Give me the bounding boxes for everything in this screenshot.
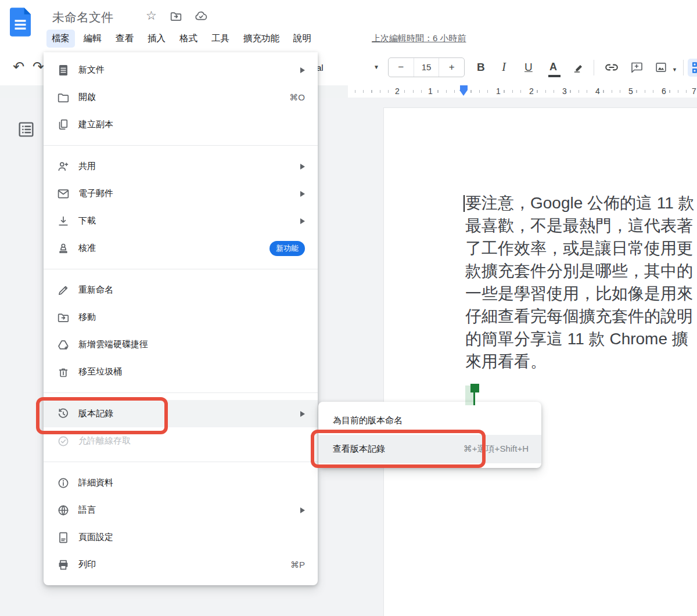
menubar-item-insert[interactable]: 插入 bbox=[142, 30, 171, 48]
menu-item-move[interactable]: 移動 bbox=[44, 304, 318, 331]
menu-separator bbox=[44, 392, 318, 393]
menu-item-download[interactable]: 下載 bbox=[44, 207, 318, 235]
italic-button[interactable]: I bbox=[502, 60, 506, 74]
download-icon bbox=[56, 214, 70, 228]
insert-image-icon[interactable] bbox=[654, 60, 668, 74]
toolbar-divider bbox=[594, 60, 594, 75]
document-line: 來用看看。 bbox=[465, 350, 695, 373]
document-line: 了工作效率，或是讓日常使用更 bbox=[465, 237, 695, 260]
menubar-item-edit[interactable]: 編輯 bbox=[78, 30, 107, 48]
printer-icon bbox=[56, 558, 70, 572]
email-icon bbox=[56, 187, 70, 201]
folder-open-icon bbox=[56, 91, 70, 105]
document-line: 款擴充套件分別是哪些，其中的 bbox=[465, 260, 695, 282]
undo-button[interactable]: ↶ bbox=[13, 59, 24, 75]
file-menu: 新文件 開啟 ⌘O 建立副本 共用 bbox=[44, 52, 318, 585]
menu-item-add-drive-shortcut[interactable]: 新增雲端硬碟捷徑 bbox=[44, 331, 318, 358]
info-icon bbox=[56, 476, 70, 490]
ruler-page-region: 2 1 1 2 3 4 5 6 7 bbox=[348, 85, 697, 98]
move-to-folder-icon[interactable] bbox=[169, 9, 183, 23]
menu-item-open[interactable]: 開啟 ⌘O bbox=[44, 84, 318, 111]
submenu-arrow-icon bbox=[300, 191, 305, 197]
font-size-group: − 15 + bbox=[388, 57, 465, 77]
document-text: 要注意，Google 公佈的這 11 款 最喜歡，不是最熱門，這代表著 了工作效… bbox=[465, 192, 695, 373]
drive-shortcut-icon bbox=[56, 338, 70, 352]
font-dropdown-caret-icon[interactable]: ▼ bbox=[373, 64, 379, 70]
checklist-button[interactable] bbox=[688, 59, 697, 77]
folder-move-icon bbox=[56, 311, 70, 325]
menubar-item-format[interactable]: 格式 bbox=[174, 30, 203, 48]
menu-item-print[interactable]: 列印 ⌘P bbox=[44, 551, 318, 578]
person-add-icon bbox=[56, 160, 70, 174]
document-line: 一些是學習使用，比如像是用來 bbox=[465, 282, 695, 305]
menu-item-new-document[interactable]: 新文件 bbox=[44, 56, 318, 84]
page-setup-icon bbox=[56, 531, 70, 545]
google-docs-logo[interactable] bbox=[10, 8, 31, 39]
google-docs-window: 未命名文件 ☆ 檔案 編輯 查看 插入 格式 工具 擴充功能 說明 上次編輯時間… bbox=[0, 0, 697, 616]
menu-item-rename[interactable]: 重新命名 bbox=[44, 276, 318, 304]
show-outline-icon[interactable] bbox=[16, 120, 36, 139]
menubar-item-extensions[interactable]: 擴充功能 bbox=[238, 30, 285, 48]
menu-item-page-setup[interactable]: 頁面設定 bbox=[44, 524, 318, 551]
bold-button[interactable]: B bbox=[477, 61, 485, 74]
annotation-box-see-version-history bbox=[311, 430, 486, 468]
menubar-item-help[interactable]: 說明 bbox=[288, 30, 317, 48]
redo-button[interactable]: ↷ bbox=[33, 59, 44, 75]
submenu-arrow-icon bbox=[300, 218, 305, 224]
pencil-icon bbox=[56, 283, 70, 297]
menu-item-email[interactable]: 電子郵件 bbox=[44, 180, 318, 207]
annotation-box-version-history bbox=[36, 397, 168, 434]
increase-font-size-button[interactable]: + bbox=[439, 62, 464, 73]
new-document-icon bbox=[56, 63, 70, 77]
highlighter-icon[interactable] bbox=[572, 60, 586, 74]
decrease-font-size-button[interactable]: − bbox=[389, 62, 414, 73]
cloud-saved-icon[interactable] bbox=[193, 9, 209, 23]
menubar-item-file[interactable]: 檔案 bbox=[46, 30, 75, 48]
text-cursor bbox=[464, 195, 465, 212]
menu-item-language[interactable]: 語言 bbox=[44, 496, 318, 524]
text-color-button[interactable]: A bbox=[549, 61, 557, 73]
insert-link-icon[interactable] bbox=[604, 62, 619, 73]
menu-separator bbox=[44, 145, 318, 146]
text-color-swatch bbox=[548, 75, 561, 77]
add-comment-icon[interactable] bbox=[630, 60, 644, 74]
document-line: 要注意，Google 公佈的這 11 款 bbox=[465, 192, 695, 214]
toolbar-divider bbox=[683, 60, 684, 75]
trash-icon bbox=[56, 365, 70, 379]
menubar-item-view[interactable]: 查看 bbox=[110, 30, 139, 48]
submenu-arrow-icon bbox=[300, 164, 305, 170]
document-title[interactable]: 未命名文件 bbox=[52, 9, 113, 26]
globe-icon bbox=[56, 503, 70, 517]
document-line: 的簡單分享這 11 款 Chrome 擴 bbox=[465, 327, 695, 350]
copy-icon bbox=[56, 118, 70, 132]
shortcut-label: ⌘P bbox=[290, 560, 305, 570]
collaborator-cursor bbox=[473, 384, 475, 405]
menu-item-make-copy[interactable]: 建立副本 bbox=[44, 111, 318, 138]
submenu-arrow-icon bbox=[300, 411, 305, 417]
image-dropdown-caret-icon[interactable]: ▼ bbox=[672, 67, 677, 73]
left-indent-marker[interactable] bbox=[459, 90, 468, 96]
first-line-indent-marker[interactable] bbox=[460, 85, 468, 90]
menubar-item-tools[interactable]: 工具 bbox=[206, 30, 235, 48]
underline-button[interactable]: U bbox=[524, 61, 533, 74]
menu-item-share[interactable]: 共用 bbox=[44, 153, 318, 180]
star-icon[interactable]: ☆ bbox=[146, 9, 157, 23]
submenu-arrow-icon bbox=[300, 67, 305, 73]
menu-separator bbox=[44, 269, 318, 269]
offline-check-icon bbox=[56, 434, 70, 448]
approval-stamp-icon bbox=[56, 242, 70, 255]
shortcut-label: ⌘O bbox=[289, 92, 305, 103]
menu-separator bbox=[44, 462, 318, 462]
document-page[interactable]: 要注意，Google 公佈的這 11 款 最喜歡，不是最熱門，這代表著 了工作效… bbox=[383, 107, 697, 616]
submenu-arrow-icon bbox=[300, 507, 305, 513]
last-edit-link[interactable]: 上次編輯時間：6 小時前 bbox=[372, 33, 466, 44]
document-line: 最喜歡，不是最熱門，這代表著 bbox=[465, 214, 695, 237]
new-feature-badge: 新功能 bbox=[270, 241, 305, 256]
menu-item-move-to-trash[interactable]: 移至垃圾桶 bbox=[44, 358, 318, 386]
font-size-input[interactable]: 15 bbox=[414, 58, 440, 77]
menu-item-approvals[interactable]: 核准 新功能 bbox=[44, 235, 318, 262]
menu-item-details[interactable]: 詳細資料 bbox=[44, 469, 318, 496]
document-line: 仔細查看完每個擴充套件的說明 bbox=[465, 305, 695, 327]
menubar: 檔案 編輯 查看 插入 格式 工具 擴充功能 說明 bbox=[46, 30, 317, 48]
